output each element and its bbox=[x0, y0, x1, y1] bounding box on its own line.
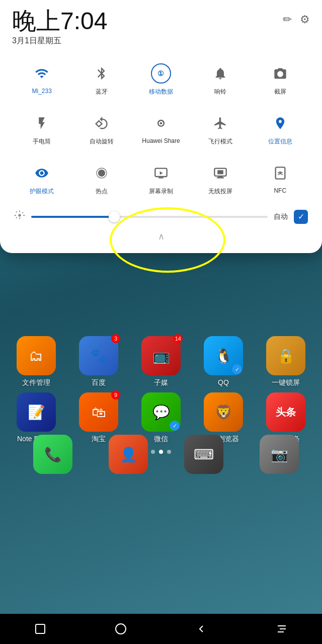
time-block: 晚上7:04 3月1日星期五 bbox=[12, 8, 107, 46]
app-icon-img: ⌨ bbox=[184, 435, 223, 474]
app-zimeiti[interactable]: 📺 14 子媒 bbox=[133, 336, 189, 387]
app-icon-glyph: 🗂 bbox=[29, 348, 43, 364]
toggle-mobile-data[interactable]: ① 移动数据 bbox=[131, 56, 191, 100]
app-icon-glyph: 🔒 bbox=[277, 348, 295, 364]
app-icon-img: 🐧 ✓ bbox=[204, 336, 243, 375]
camera-icon: 📷 bbox=[271, 446, 288, 463]
app-check-badge: ✓ bbox=[232, 364, 242, 374]
wifi-toggle-label: Mi_233 bbox=[32, 88, 52, 95]
nfc-toggle-icon bbox=[269, 162, 291, 184]
toggle-airplane[interactable]: 飞行模式 bbox=[191, 106, 250, 150]
app-icon-img: 📷 bbox=[260, 435, 299, 474]
toggle-hotspot[interactable]: 热点 bbox=[71, 156, 131, 200]
cast-toggle-label: 无线投屏 bbox=[208, 187, 232, 196]
app-icon-glyph: 🛍 bbox=[92, 404, 106, 421]
app-badge: 14 bbox=[174, 334, 183, 343]
app-icon-img: 🗂 bbox=[17, 336, 56, 375]
toggle-huawei-share[interactable]: Huawei Share bbox=[131, 106, 191, 150]
toggle-wifi[interactable]: Mi_233 bbox=[12, 56, 71, 100]
nav-bar bbox=[0, 614, 322, 644]
app-row-1: 🗂 文件管理 🐾 3 百度 📺 14 子媒 🐧 bbox=[5, 336, 317, 387]
nav-menu-button[interactable] bbox=[267, 619, 297, 639]
toggle-autorotate[interactable]: 自动旋转 bbox=[71, 106, 131, 150]
ring-toggle-icon bbox=[209, 62, 231, 85]
airplane-toggle-icon bbox=[209, 112, 231, 134]
dock-contacts[interactable]: 👤 bbox=[101, 435, 156, 477]
app-icon-img: 📺 14 bbox=[141, 336, 181, 375]
app-badge: 3 bbox=[111, 334, 120, 343]
toggle-location[interactable]: 位置信息 bbox=[251, 106, 310, 150]
toggle-screenrecord[interactable]: 屏幕录制 bbox=[131, 156, 191, 200]
nav-square-button[interactable] bbox=[25, 619, 55, 639]
app-baidu[interactable]: 🐾 3 百度 bbox=[71, 336, 126, 387]
flashlight-toggle-label: 手电筒 bbox=[33, 137, 51, 146]
screenrecord-toggle-label: 屏幕录制 bbox=[149, 187, 173, 196]
app-icon-img: 📞 bbox=[33, 435, 72, 474]
app-icon-glyph: 🐧 bbox=[215, 348, 232, 364]
app-badge: 9 bbox=[111, 390, 120, 399]
svg-rect-5 bbox=[218, 176, 223, 177]
panel-header: 晚上7:04 3月1日星期五 ✏ ⚙ bbox=[12, 8, 310, 46]
hotspot-toggle-label: 热点 bbox=[96, 187, 108, 196]
nav-back-button[interactable] bbox=[186, 619, 216, 639]
brightness-thumb bbox=[109, 211, 120, 222]
toggle-bluetooth[interactable]: 蓝牙 bbox=[71, 56, 131, 100]
hotspot-toggle-icon bbox=[91, 162, 113, 184]
huawei-share-toggle-icon bbox=[150, 112, 172, 134]
toggle-nfc[interactable]: NFC bbox=[251, 156, 310, 200]
app-icon-glyph: 🦁 bbox=[215, 404, 232, 421]
svg-point-1 bbox=[160, 122, 163, 124]
nav-home-button[interactable] bbox=[106, 619, 136, 639]
dialpad-icon: ⌨ bbox=[194, 446, 214, 463]
edit-icon[interactable]: ✏ bbox=[283, 13, 292, 26]
app-icon-img: 👤 bbox=[109, 435, 148, 474]
apps-area: 🗂 文件管理 🐾 3 百度 📺 14 子媒 🐧 bbox=[0, 336, 322, 512]
brightness-slider[interactable] bbox=[31, 216, 268, 218]
brightness-auto-checkbox[interactable]: ✓ bbox=[294, 210, 308, 224]
toggle-flashlight[interactable]: 手电筒 bbox=[12, 106, 71, 150]
app-check-badge: ✓ bbox=[170, 421, 180, 431]
app-icon-img: 📝 bbox=[17, 392, 56, 432]
app-icon-img: 头条 bbox=[266, 392, 305, 432]
app-qq[interactable]: 🐧 ✓ QQ bbox=[196, 336, 251, 386]
toggle-grid-row2: 手电筒 自动旋转 Huawei Share bbox=[12, 106, 310, 150]
svg-point-11 bbox=[116, 624, 126, 634]
app-filemanager[interactable]: 🗂 文件管理 bbox=[9, 336, 64, 387]
app-icon-img: 🛍 9 bbox=[79, 392, 118, 432]
toggle-eyecare[interactable]: 护眼模式 bbox=[12, 156, 71, 200]
screenshot-toggle-label: 截屏 bbox=[274, 88, 286, 96]
toggle-cast[interactable]: 无线投屏 bbox=[191, 156, 250, 200]
date-display: 3月1日星期五 bbox=[12, 36, 107, 46]
app-icon-img: 🦁 bbox=[204, 392, 243, 432]
app-icon-glyph: 💬 bbox=[152, 404, 170, 421]
brightness-icon bbox=[14, 210, 25, 223]
screenshot-toggle-icon bbox=[269, 62, 291, 85]
svg-rect-6 bbox=[217, 177, 224, 178]
nfc-toggle-label: NFC bbox=[274, 187, 286, 194]
huawei-share-toggle-label: Huawei Share bbox=[142, 137, 180, 144]
chevron-up-icon[interactable]: ∧ bbox=[158, 231, 165, 242]
eyecare-toggle-icon bbox=[31, 162, 53, 184]
toggle-screenshot[interactable]: 截屏 bbox=[251, 56, 310, 100]
bluetooth-toggle-label: 蓝牙 bbox=[96, 88, 108, 96]
app-icon-label: QQ bbox=[218, 378, 229, 386]
location-toggle-icon bbox=[269, 112, 291, 134]
app-icon-img: 🐾 3 bbox=[79, 336, 118, 375]
bottom-dock: 📞 👤 ⌨ 📷 bbox=[5, 430, 322, 482]
app-icon-glyph: 🐾 bbox=[90, 348, 108, 364]
dock-camera[interactable]: 📷 bbox=[252, 435, 307, 477]
svg-rect-7 bbox=[218, 170, 224, 174]
phone-icon: 📞 bbox=[44, 446, 62, 463]
dock-dialpad[interactable]: ⌨ bbox=[176, 435, 231, 477]
dock-phone[interactable]: 📞 bbox=[25, 435, 80, 477]
app-lock[interactable]: 🔒 一键锁屏 bbox=[258, 336, 313, 387]
app-icon-label: 文件管理 bbox=[22, 378, 50, 387]
cast-toggle-icon bbox=[209, 162, 231, 184]
chevron-row: ∧ bbox=[12, 228, 310, 243]
toggle-ring[interactable]: 响铃 bbox=[191, 56, 250, 100]
flashlight-toggle-icon bbox=[31, 112, 53, 134]
settings-icon[interactable]: ⚙ bbox=[300, 13, 310, 26]
mobile-data-toggle-label: 移动数据 bbox=[149, 88, 173, 96]
app-icon-label: 一键锁屏 bbox=[272, 378, 300, 387]
contacts-icon: 👤 bbox=[120, 446, 137, 463]
